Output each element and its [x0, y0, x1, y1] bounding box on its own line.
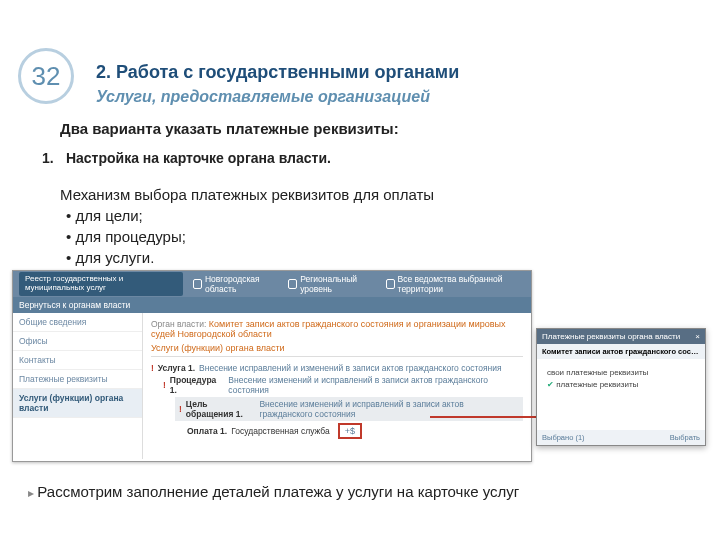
mechanism-item: для процедуры; — [66, 226, 434, 247]
page-number: 32 — [32, 61, 61, 92]
alert-icon: ! — [163, 380, 166, 390]
payment-label: Оплата 1. — [187, 426, 227, 436]
popup-selected-count: Выбрано (1) — [542, 433, 585, 442]
screenshot-topbar: Реестр государственных и муниципальных у… — [13, 271, 531, 297]
sidebar-item[interactable]: Контакты — [13, 351, 142, 370]
procedure-row: ! Процедура 1. Внесение изменений и испр… — [163, 375, 523, 395]
popup-dialog: Платежные реквизиты органа власти × Коми… — [536, 328, 706, 446]
footnote: Рассмотрим заполнение деталей платежа у … — [28, 483, 519, 500]
numbered-text: Настройка на карточке органа власти. — [66, 150, 331, 166]
payment-text: Государственная служба — [231, 426, 330, 436]
popup-subtitle: Комитет записи актов гражданского состоя… — [537, 344, 705, 359]
numbered-index: 1. — [42, 150, 62, 166]
building-icon — [386, 279, 395, 289]
service-row: ! Услуга 1. Внесение исправлений и измен… — [151, 363, 523, 373]
page-number-badge: 32 — [18, 48, 74, 104]
section-title: 2. Работа с государственными органами — [96, 62, 459, 83]
service-text[interactable]: Внесение исправлений и изменений в запис… — [199, 363, 502, 373]
popup-option[interactable]: свои платежные реквизиты — [547, 368, 695, 377]
sidebar-item[interactable]: Платежные реквизиты — [13, 370, 142, 389]
topbar-level[interactable]: Региональный уровень — [288, 274, 375, 294]
procedure-text[interactable]: Внесение изменений и исправлений в запис… — [228, 375, 523, 395]
payment-row: Оплата 1. Государственная служба +$ — [187, 423, 523, 439]
sidebar-item-active[interactable]: Услуги (функции) органа власти — [13, 389, 142, 418]
app-screenshot: Реестр государственных и муниципальных у… — [12, 270, 532, 462]
screenshot-sidebar: Общие сведения Офисы Контакты Платежные … — [13, 313, 143, 459]
screenshot-main: Орган власти: Комитет записи актов гражд… — [143, 313, 531, 459]
app-logo: Реестр государственных и муниципальных у… — [19, 272, 183, 296]
callout-arrow — [430, 416, 550, 418]
service-label: Услуга 1. — [158, 363, 195, 373]
goal-label: Цель обращения 1. — [186, 399, 256, 419]
topbar-scope[interactable]: Все ведомства выбранной территории — [386, 274, 525, 294]
popup-body: свои платежные реквизиты платежные рекви… — [537, 359, 705, 398]
mechanism-item: для услуги. — [66, 247, 434, 268]
main-tab[interactable]: Услуги (функции) органа власти — [151, 343, 523, 357]
level-icon — [288, 279, 297, 289]
popup-select-button[interactable]: Выбрать — [670, 433, 700, 442]
globe-icon — [193, 279, 202, 289]
alert-icon: ! — [179, 404, 182, 414]
alert-icon: ! — [151, 363, 154, 373]
sidebar-item[interactable]: Общие сведения — [13, 313, 142, 332]
close-icon[interactable]: × — [695, 332, 700, 341]
popup-footer: Выбрано (1) Выбрать — [537, 430, 705, 445]
add-payment-button[interactable]: +$ — [338, 423, 362, 439]
section-subtitle: Услуги, предоставляемые организацией — [96, 88, 430, 106]
popup-header: Платежные реквизиты органа власти × — [537, 329, 705, 344]
mechanism-block: Механизм выбора платежных реквизитов для… — [60, 184, 434, 268]
popup-title: Платежные реквизиты органа власти — [542, 332, 680, 341]
numbered-item: 1. Настройка на карточке органа власти. — [42, 150, 331, 166]
mechanism-lead: Механизм выбора платежных реквизитов для… — [60, 184, 434, 205]
sidebar-item[interactable]: Офисы — [13, 332, 142, 351]
topbar-region[interactable]: Новгородская область — [193, 274, 278, 294]
org-label: Орган власти: — [151, 319, 206, 329]
back-link[interactable]: Вернуться к органам власти — [13, 297, 531, 313]
popup-option-checked[interactable]: платежные реквизиты — [547, 380, 695, 389]
intro-text: Два варианта указать платежные реквизиты… — [60, 120, 399, 137]
procedure-label: Процедура 1. — [170, 375, 224, 395]
mechanism-item: для цели; — [66, 205, 434, 226]
